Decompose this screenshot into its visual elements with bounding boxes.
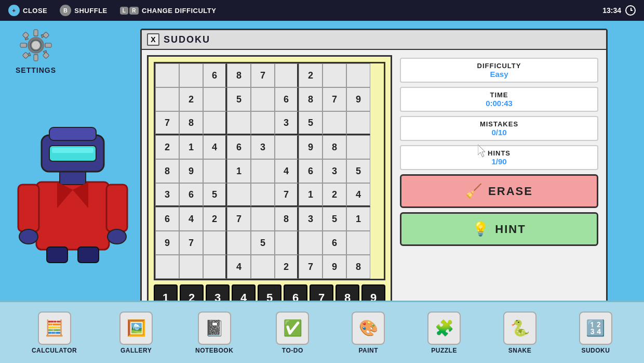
bottom-item-gallery[interactable]: 🖼️GALLERY bbox=[119, 312, 153, 354]
sudoku-cell[interactable] bbox=[203, 87, 227, 111]
window-close-button[interactable]: X bbox=[147, 33, 159, 46]
sudoku-cell[interactable] bbox=[346, 111, 370, 135]
sudoku-cell[interactable] bbox=[251, 111, 275, 135]
settings-area[interactable]: SETTINGS bbox=[16, 29, 56, 74]
sudoku-cell[interactable]: 3 bbox=[275, 111, 299, 135]
sudoku-cell[interactable]: 8 bbox=[346, 255, 370, 279]
sudoku-cell[interactable]: 7 bbox=[251, 63, 275, 87]
sudoku-cell[interactable]: 2 bbox=[203, 207, 227, 231]
sudoku-cell[interactable]: 3 bbox=[323, 159, 346, 183]
sudoku-cell[interactable]: 7 bbox=[323, 87, 346, 111]
sudoku-grid[interactable]: 6872256879783521463988914635365712464278… bbox=[154, 62, 385, 280]
bottom-item-notebook[interactable]: 📓NOTEBOOK bbox=[195, 312, 233, 354]
sudoku-cell[interactable]: 9 bbox=[323, 255, 346, 279]
sudoku-cell[interactable]: 1 bbox=[227, 159, 251, 183]
sudoku-cell[interactable] bbox=[251, 87, 275, 111]
sudoku-cell[interactable] bbox=[155, 63, 179, 87]
sudoku-cell[interactable] bbox=[251, 207, 275, 231]
sudoku-cell[interactable]: 3 bbox=[251, 135, 275, 159]
sudoku-cell[interactable] bbox=[227, 231, 251, 255]
sudoku-cell[interactable]: 4 bbox=[227, 255, 251, 279]
sudoku-cell[interactable] bbox=[346, 231, 370, 255]
sudoku-cell[interactable]: 6 bbox=[227, 135, 251, 159]
bottom-item-paint[interactable]: 🎨PAINT bbox=[352, 312, 385, 354]
close-control[interactable]: + CLOSE bbox=[8, 5, 47, 16]
sudoku-cell[interactable]: 5 bbox=[323, 207, 346, 231]
sudoku-cell[interactable]: 4 bbox=[275, 159, 299, 183]
bottom-item-calculator[interactable]: 🧮CALCULATOR bbox=[32, 312, 77, 354]
bottom-item-sudoku[interactable]: 🔢SUDOKU bbox=[579, 312, 612, 354]
bottom-item-snake[interactable]: 🐍SNAKE bbox=[503, 312, 536, 354]
sudoku-cell[interactable] bbox=[299, 231, 323, 255]
sudoku-cell[interactable] bbox=[251, 159, 275, 183]
sudoku-cell[interactable]: 1 bbox=[299, 183, 323, 207]
sudoku-cell[interactable]: 8 bbox=[227, 63, 251, 87]
sudoku-cell[interactable]: 2 bbox=[299, 63, 323, 87]
sudoku-cell[interactable]: 8 bbox=[299, 87, 323, 111]
sudoku-cell[interactable]: 7 bbox=[227, 207, 251, 231]
sudoku-cell[interactable]: 8 bbox=[275, 207, 299, 231]
sudoku-cell[interactable]: 9 bbox=[179, 159, 203, 183]
sudoku-cell[interactable] bbox=[275, 231, 299, 255]
sudoku-cell[interactable]: 1 bbox=[346, 207, 370, 231]
sudoku-cell[interactable]: 7 bbox=[275, 183, 299, 207]
sudoku-cell[interactable]: 8 bbox=[323, 135, 346, 159]
sudoku-cell[interactable]: 9 bbox=[155, 231, 179, 255]
sudoku-cell[interactable] bbox=[203, 255, 227, 279]
sudoku-cell[interactable] bbox=[251, 255, 275, 279]
sudoku-cell[interactable] bbox=[323, 111, 346, 135]
sudoku-cell[interactable]: 5 bbox=[299, 111, 323, 135]
sudoku-cell[interactable] bbox=[346, 63, 370, 87]
sudoku-cell[interactable]: 8 bbox=[155, 159, 179, 183]
sudoku-cell[interactable]: 2 bbox=[179, 87, 203, 111]
sudoku-cell[interactable]: 3 bbox=[299, 207, 323, 231]
sudoku-cell[interactable]: 5 bbox=[251, 231, 275, 255]
svg-rect-20 bbox=[52, 148, 93, 153]
sudoku-cell[interactable]: 9 bbox=[346, 87, 370, 111]
sudoku-cell[interactable] bbox=[203, 159, 227, 183]
sudoku-cell[interactable]: 6 bbox=[155, 207, 179, 231]
sudoku-cell[interactable]: 2 bbox=[323, 183, 346, 207]
sudoku-cell[interactable] bbox=[179, 63, 203, 87]
sudoku-cell[interactable]: 4 bbox=[346, 183, 370, 207]
sudoku-cell[interactable]: 6 bbox=[275, 87, 299, 111]
bottom-item-todo[interactable]: ✅TO-DO bbox=[276, 312, 309, 354]
sudoku-cell[interactable]: 6 bbox=[323, 231, 346, 255]
bottom-item-puzzle[interactable]: 🧩PUZZLE bbox=[427, 312, 461, 354]
sudoku-cell[interactable] bbox=[346, 135, 370, 159]
sudoku-cell[interactable] bbox=[155, 87, 179, 111]
sudoku-cell[interactable]: 3 bbox=[155, 183, 179, 207]
change-difficulty-control[interactable]: L R CHANGE DIFFICULTY bbox=[120, 7, 217, 15]
sudoku-cell[interactable]: 7 bbox=[179, 231, 203, 255]
shuffle-control[interactable]: B SHUFFLE bbox=[60, 5, 107, 16]
sudoku-cell[interactable]: 5 bbox=[227, 87, 251, 111]
sudoku-cell[interactable]: 4 bbox=[203, 135, 227, 159]
sudoku-cell[interactable]: 8 bbox=[179, 111, 203, 135]
sudoku-cell[interactable]: 5 bbox=[203, 183, 227, 207]
sudoku-cell[interactable]: 2 bbox=[275, 255, 299, 279]
sudoku-cell[interactable] bbox=[227, 111, 251, 135]
erase-button[interactable]: 🧹 ERASE bbox=[400, 174, 598, 208]
sudoku-cell[interactable]: 2 bbox=[155, 135, 179, 159]
sudoku-cell[interactable] bbox=[227, 183, 251, 207]
sudoku-cell[interactable] bbox=[179, 255, 203, 279]
robot-character bbox=[16, 104, 130, 265]
sudoku-cell[interactable]: 1 bbox=[179, 135, 203, 159]
sudoku-cell[interactable] bbox=[203, 111, 227, 135]
sudoku-cell[interactable]: 4 bbox=[179, 207, 203, 231]
paint-icon: 🎨 bbox=[352, 312, 385, 345]
sudoku-cell[interactable] bbox=[203, 231, 227, 255]
sudoku-cell[interactable] bbox=[323, 63, 346, 87]
sudoku-cell[interactable]: 7 bbox=[299, 255, 323, 279]
sudoku-cell[interactable]: 6 bbox=[179, 183, 203, 207]
hint-button[interactable]: 💡 HINT bbox=[400, 212, 598, 246]
sudoku-cell[interactable] bbox=[155, 255, 179, 279]
sudoku-cell[interactable] bbox=[275, 135, 299, 159]
sudoku-cell[interactable]: 6 bbox=[203, 63, 227, 87]
sudoku-cell[interactable] bbox=[275, 63, 299, 87]
sudoku-cell[interactable]: 5 bbox=[346, 159, 370, 183]
sudoku-cell[interactable]: 6 bbox=[299, 159, 323, 183]
sudoku-cell[interactable] bbox=[251, 183, 275, 207]
sudoku-cell[interactable]: 9 bbox=[299, 135, 323, 159]
sudoku-cell[interactable]: 7 bbox=[155, 111, 179, 135]
